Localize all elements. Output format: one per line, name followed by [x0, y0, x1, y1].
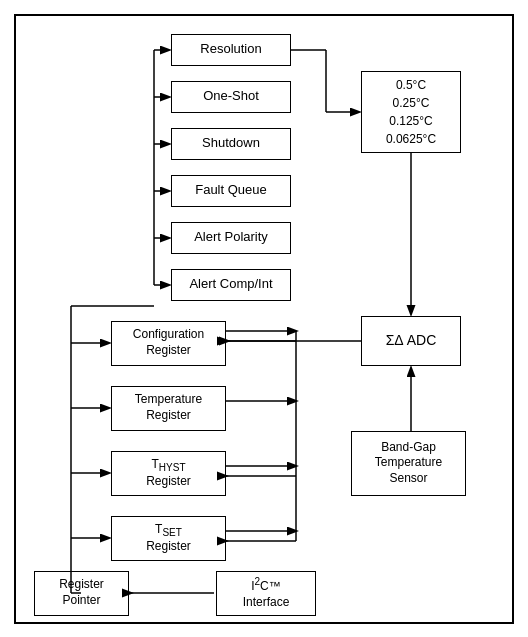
- adc-box: ΣΔ ADC: [361, 316, 461, 366]
- config-reg-label: ConfigurationRegister: [133, 327, 204, 358]
- bandgap-label: Band-GapTemperatureSensor: [375, 440, 442, 487]
- alert-polarity-box: Alert Polarity: [171, 222, 291, 254]
- thyst-reg-box: THYSTRegister: [111, 451, 226, 496]
- alert-polarity-label: Alert Polarity: [194, 229, 268, 246]
- alert-comp-label: Alert Comp/Int: [189, 276, 272, 293]
- reg-pointer-box: RegisterPointer: [34, 571, 129, 616]
- temp-reg-label: TemperatureRegister: [135, 392, 202, 423]
- reg-pointer-label: RegisterPointer: [59, 577, 104, 608]
- fault-queue-box: Fault Queue: [171, 175, 291, 207]
- tset-reg-box: TSETRegister: [111, 516, 226, 561]
- thyst-reg-label: THYSTRegister: [146, 457, 191, 490]
- i2c-label: I2C™Interface: [243, 575, 290, 610]
- resolution-values-box: 0.5°C 0.25°C 0.125°C 0.0625°C: [361, 71, 461, 153]
- tset-reg-label: TSETRegister: [146, 522, 191, 555]
- adc-label: ΣΔ ADC: [386, 331, 437, 349]
- one-shot-label: One-Shot: [203, 88, 259, 105]
- one-shot-box: One-Shot: [171, 81, 291, 113]
- shutdown-label: Shutdown: [202, 135, 260, 152]
- fault-queue-label: Fault Queue: [195, 182, 267, 199]
- alert-comp-box: Alert Comp/Int: [171, 269, 291, 301]
- temp-reg-box: TemperatureRegister: [111, 386, 226, 431]
- i2c-box: I2C™Interface: [216, 571, 316, 616]
- resolution-box: Resolution: [171, 34, 291, 66]
- resolution-values-label: 0.5°C 0.25°C 0.125°C 0.0625°C: [386, 76, 436, 148]
- block-diagram: Resolution One-Shot Shutdown Fault Queue…: [14, 14, 514, 624]
- resolution-label: Resolution: [200, 41, 261, 58]
- bandgap-box: Band-GapTemperatureSensor: [351, 431, 466, 496]
- config-reg-box: ConfigurationRegister: [111, 321, 226, 366]
- shutdown-box: Shutdown: [171, 128, 291, 160]
